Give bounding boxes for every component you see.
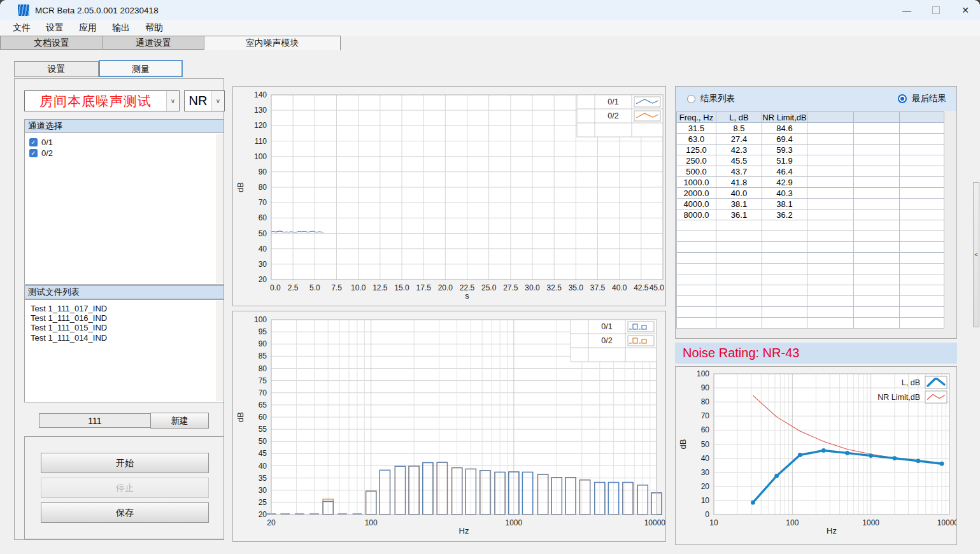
- test-file-list: Test 1_111_017_INDTest 1_111_016_INDTest…: [24, 299, 224, 402]
- channel-item[interactable]: ✓0/2: [25, 148, 224, 159]
- svg-text:60: 60: [701, 425, 710, 434]
- close-button[interactable]: ✕: [951, 0, 980, 20]
- table-row[interactable]: 250.045.551.9: [677, 155, 944, 166]
- table-row[interactable]: [677, 318, 944, 329]
- table-row[interactable]: 2000.040.040.3: [677, 188, 944, 199]
- minimize-button[interactable]: —: [892, 0, 921, 20]
- table-cell: [854, 134, 900, 145]
- table-row[interactable]: 1000.041.842.9: [677, 177, 944, 188]
- svg-text:140: 140: [254, 90, 267, 99]
- table-row[interactable]: [677, 264, 944, 274]
- tab-channel-settings[interactable]: 通道设置: [103, 36, 204, 50]
- tab-indoor-noise-module[interactable]: 室内噪声模块: [204, 36, 341, 50]
- table-cell: [854, 177, 900, 188]
- tab-document-settings[interactable]: 文档设置: [0, 36, 103, 50]
- table-cell: [677, 307, 716, 318]
- chart-legend: 0/10/2: [577, 95, 663, 137]
- test-file-item[interactable]: Test 1_111_015_IND: [31, 323, 224, 332]
- maximize-button[interactable]: [921, 0, 951, 20]
- window-title: MCR Beta 2.05.0.001 20230418: [35, 6, 159, 15]
- menu-item-apply[interactable]: 应用: [71, 22, 104, 34]
- table-row[interactable]: [677, 242, 944, 253]
- save-button[interactable]: 保存: [41, 502, 209, 523]
- results-panel: 结果列表 最后结果 Freq., HzL, dBNR Limit,dB31.58…: [675, 86, 957, 339]
- new-button[interactable]: 新建: [150, 413, 209, 429]
- table-cell: 500.0: [677, 166, 716, 177]
- menu-item-file[interactable]: 文件: [5, 22, 38, 34]
- table-cell: [677, 242, 716, 253]
- svg-text:110: 110: [255, 137, 267, 146]
- table-row[interactable]: 500.043.746.4: [677, 166, 944, 177]
- table-cell: [762, 264, 807, 274]
- table-cell: [716, 231, 762, 242]
- table-row[interactable]: 125.042.359.3: [677, 145, 944, 155]
- test-file-item[interactable]: Test 1_111_014_IND: [31, 333, 224, 343]
- table-cell: [762, 296, 807, 307]
- svg-text:42.5: 42.5: [634, 283, 649, 292]
- table-row[interactable]: [677, 307, 944, 318]
- table-row[interactable]: [677, 296, 944, 307]
- run-control-group: 开始 停止 保存: [24, 436, 224, 539]
- table-cell: [677, 220, 716, 231]
- table-cell: 38.1: [716, 199, 762, 210]
- menu-bar: 文件设置应用输出帮助: [0, 20, 980, 36]
- menu-item-help[interactable]: 帮助: [138, 22, 171, 34]
- table-cell: [900, 318, 944, 329]
- table-cell: [854, 242, 900, 253]
- table-cell: [807, 220, 854, 231]
- table-cell: 63.0: [677, 134, 716, 145]
- nr-curve-chart: 010203040506070809010010100100010000HzdB…: [676, 367, 956, 544]
- table-row[interactable]: [677, 285, 944, 296]
- table-row[interactable]: [677, 274, 944, 285]
- table-row[interactable]: 4000.038.138.1: [677, 199, 944, 210]
- table-row[interactable]: 63.027.469.4: [677, 134, 944, 145]
- test-type-select[interactable]: 房间本底噪声测试 ∨: [24, 90, 180, 111]
- svg-text:1000: 1000: [505, 518, 522, 527]
- table-cell: [854, 274, 900, 285]
- table-cell: 42.9: [762, 177, 807, 188]
- table-cell: [807, 231, 854, 242]
- svg-text:25: 25: [259, 498, 267, 507]
- spectrum-chart: 2025303540455055606570758085909510020100…: [233, 311, 665, 541]
- subtab-measure[interactable]: 测量: [99, 60, 183, 77]
- svg-text:0/1: 0/1: [607, 97, 618, 106]
- table-cell: [900, 155, 944, 166]
- result-view-toggle: 结果列表 最后结果: [676, 87, 956, 111]
- test-file-item[interactable]: Test 1_111_016_IND: [31, 313, 224, 323]
- svg-text:35.0: 35.0: [569, 283, 584, 292]
- table-cell: [677, 253, 716, 264]
- channel-item[interactable]: ✓0/1: [25, 137, 224, 148]
- file-name-input[interactable]: [39, 413, 151, 428]
- channel-list: ✓0/1✓0/2: [24, 132, 224, 285]
- checkbox-checked-icon[interactable]: ✓: [29, 149, 38, 157]
- rating-type-select[interactable]: NR ∨: [184, 90, 225, 111]
- start-button[interactable]: 开始: [41, 453, 209, 473]
- svg-text:30.0: 30.0: [525, 283, 540, 292]
- table-row[interactable]: [677, 220, 944, 231]
- table-cell: [807, 145, 854, 155]
- table-row[interactable]: 8000.036.136.2: [677, 210, 944, 220]
- svg-text:100: 100: [697, 369, 709, 378]
- table-cell: 38.1: [762, 199, 807, 210]
- table-row[interactable]: 31.58.584.6: [677, 123, 944, 134]
- table-cell: 41.8: [716, 177, 762, 188]
- nr-curve-chart-panel: 010203040506070809010010100100010000HzdB…: [675, 366, 957, 545]
- subtab-setup[interactable]: 设置: [14, 61, 99, 77]
- table-cell: [807, 307, 854, 318]
- panel-collapse-handle[interactable]: <: [973, 182, 979, 327]
- svg-text:20: 20: [259, 510, 267, 519]
- checkbox-checked-icon[interactable]: ✓: [29, 138, 38, 146]
- table-cell: [807, 188, 854, 199]
- table-row[interactable]: [677, 253, 944, 264]
- radio-result-list[interactable]: 结果列表: [687, 93, 735, 104]
- svg-text:L, dB: L, dB: [902, 378, 920, 387]
- table-header-cell: [854, 112, 900, 123]
- menu-item-output[interactable]: 输出: [104, 22, 138, 34]
- menu-item-settings[interactable]: 设置: [38, 22, 71, 34]
- svg-text:32.5: 32.5: [546, 283, 562, 292]
- radio-last-result[interactable]: 最后结果: [898, 93, 946, 104]
- table-row[interactable]: [677, 231, 944, 242]
- test-file-item[interactable]: Test 1_111_017_IND: [31, 304, 224, 313]
- table-cell: [677, 264, 716, 274]
- svg-text:50: 50: [259, 229, 267, 238]
